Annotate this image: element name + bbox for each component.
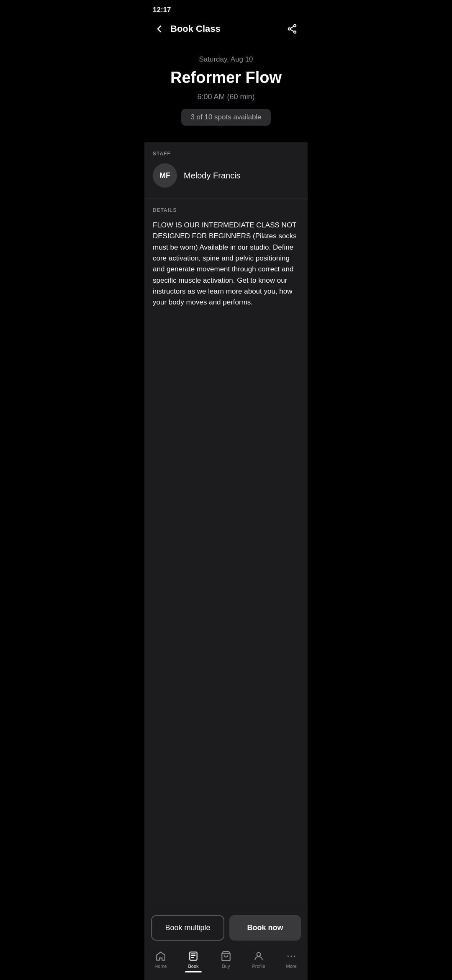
book-now-button[interactable]: Book now <box>229 915 301 941</box>
home-icon <box>155 950 167 962</box>
buy-icon <box>220 950 232 962</box>
staff-avatar: MF <box>153 163 177 188</box>
svg-point-9 <box>290 955 292 957</box>
nav-item-home[interactable]: Home <box>144 950 177 969</box>
book-icon <box>187 950 199 962</box>
details-label: DETAILS <box>153 207 299 213</box>
profile-icon <box>253 950 265 962</box>
nav-item-more[interactable]: More <box>275 950 308 969</box>
nav-label-book: Book <box>188 964 198 969</box>
header-title: Book Class <box>170 23 221 34</box>
nav-label-buy: Buy <box>222 964 230 969</box>
staff-section: STAFF MF Melody Francis <box>144 142 308 199</box>
share-button[interactable] <box>285 22 299 36</box>
class-name: Reformer Flow <box>153 69 299 87</box>
status-time: 12:17 <box>153 6 171 14</box>
active-tab-indicator <box>185 971 202 972</box>
details-section: DETAILS FLOW IS OUR INTERMEDIATE CLASS N… <box>144 199 308 358</box>
details-text: FLOW IS OUR INTERMEDIATE CLASS NOT DESIG… <box>153 220 299 308</box>
nav-item-book[interactable]: Book <box>177 950 210 972</box>
nav-label-profile: Profile <box>252 964 265 969</box>
header: Book Class <box>144 18 308 43</box>
svg-point-7 <box>257 952 261 956</box>
book-multiple-button[interactable]: Book multiple <box>151 915 224 941</box>
staff-label: STAFF <box>153 151 299 157</box>
content-area: STAFF MF Melody Francis DETAILS FLOW IS … <box>144 142 308 980</box>
status-bar: 12:17 <box>144 0 308 18</box>
action-buttons: Book multiple Book now <box>144 910 308 946</box>
class-date: Saturday, Aug 10 <box>153 55 299 64</box>
nav-item-profile[interactable]: Profile <box>242 950 275 969</box>
spots-badge: 3 of 10 spots available <box>181 109 270 126</box>
bottom-nav: Home Book Buy Prof <box>144 946 308 980</box>
svg-point-8 <box>288 955 289 957</box>
staff-row: MF Melody Francis <box>153 163 299 194</box>
svg-line-3 <box>290 26 294 28</box>
svg-point-10 <box>294 955 295 957</box>
nav-label-home: Home <box>154 964 167 969</box>
svg-line-4 <box>290 29 294 31</box>
back-button[interactable] <box>153 22 166 36</box>
staff-name: Melody Francis <box>184 171 241 181</box>
class-time: 6:00 AM (60 min) <box>153 93 299 101</box>
share-icon <box>287 23 298 34</box>
nav-item-buy[interactable]: Buy <box>210 950 242 969</box>
hero-section: Saturday, Aug 10 Reformer Flow 6:00 AM (… <box>144 43 308 142</box>
back-icon <box>154 24 164 34</box>
header-left: Book Class <box>153 22 221 36</box>
more-icon <box>285 950 297 962</box>
nav-label-more: More <box>286 964 296 969</box>
